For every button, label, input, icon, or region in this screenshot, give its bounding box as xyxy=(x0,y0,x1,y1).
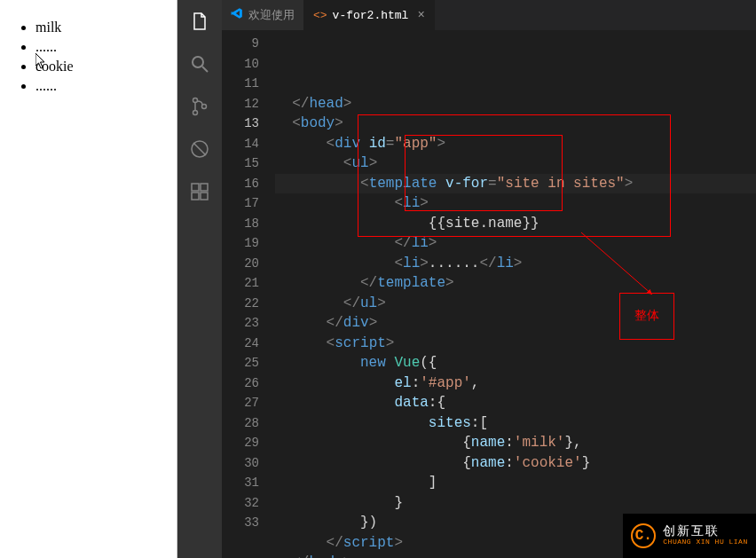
html-file-icon: <> xyxy=(313,9,327,22)
watermark: C. 创新互联 CHUANG XIN HU LIAN xyxy=(623,514,756,558)
code-line[interactable]: <body> xyxy=(275,114,756,134)
watermark-logo-icon: C. xyxy=(631,523,656,548)
output-list: milk ...... cookie ...... xyxy=(35,18,177,96)
list-item: ...... xyxy=(35,37,177,57)
code-line[interactable]: <li> xyxy=(275,193,756,214)
code-line[interactable]: </head> xyxy=(275,94,756,114)
code-line[interactable]: <script> xyxy=(275,334,756,354)
code-line[interactable]: data:{ xyxy=(275,393,756,413)
search-icon[interactable] xyxy=(189,53,210,75)
svg-rect-9 xyxy=(192,193,199,200)
svg-point-2 xyxy=(193,98,198,103)
code-line[interactable]: </div> xyxy=(275,313,756,334)
svg-rect-10 xyxy=(201,193,208,200)
code-line[interactable]: sites:[ xyxy=(275,413,756,434)
code-line[interactable]: new Vue({ xyxy=(275,353,756,373)
vscode-icon xyxy=(231,7,243,23)
list-item: cookie xyxy=(35,57,177,76)
svg-rect-7 xyxy=(192,184,199,191)
editor-area: 欢迎使用 <> v-for2.html × 910111213141516171… xyxy=(222,0,756,558)
list-item: milk xyxy=(35,18,177,37)
code-line[interactable]: <template v-for="site in sites"> xyxy=(275,174,756,194)
tab-label: 欢迎使用 xyxy=(248,7,295,23)
code-line[interactable]: el:'#app', xyxy=(275,373,756,394)
code-line[interactable]: </ul> xyxy=(275,294,756,314)
code-content[interactable]: </head> <body> <div id="app"> <ul> <temp… xyxy=(275,31,756,558)
watermark-cn: 创新互联 xyxy=(663,525,747,538)
browser-output-panel: milk ...... cookie ...... xyxy=(0,0,177,558)
code-line[interactable]: } xyxy=(275,493,756,514)
code-line[interactable]: </template> xyxy=(275,273,756,294)
code-line[interactable]: {{site.name}} xyxy=(275,214,756,234)
source-control-icon[interactable] xyxy=(189,96,210,117)
svg-rect-8 xyxy=(201,184,208,191)
close-icon[interactable]: × xyxy=(417,8,424,22)
tab-bar: 欢迎使用 <> v-for2.html × xyxy=(222,0,756,31)
activity-bar xyxy=(177,0,222,558)
tab-welcome[interactable]: 欢迎使用 xyxy=(222,0,304,30)
list-item: ...... xyxy=(35,76,177,96)
code-line[interactable]: {name:'cookie'} xyxy=(275,453,756,474)
code-line[interactable]: <ul> xyxy=(275,153,756,174)
code-line[interactable]: <li>......</li> xyxy=(275,254,756,274)
debug-icon[interactable] xyxy=(189,138,210,160)
watermark-en: CHUANG XIN HU LIAN xyxy=(663,538,747,546)
extensions-icon[interactable] xyxy=(189,181,210,202)
editor-body[interactable]: 9101112131415161718192021222324252627282… xyxy=(222,31,756,558)
svg-point-3 xyxy=(193,111,198,115)
line-gutter: 9101112131415161718192021222324252627282… xyxy=(222,31,275,558)
svg-line-6 xyxy=(193,143,206,155)
svg-point-4 xyxy=(202,105,207,109)
code-line[interactable]: {name:'milk'}, xyxy=(275,433,756,453)
code-line[interactable]: ] xyxy=(275,473,756,493)
svg-line-1 xyxy=(202,67,208,72)
svg-point-0 xyxy=(193,57,203,67)
tab-label: v-for2.html xyxy=(333,9,409,22)
tab-vfor2[interactable]: <> v-for2.html × xyxy=(304,0,435,30)
explorer-icon[interactable] xyxy=(189,11,210,32)
watermark-text: 创新互联 CHUANG XIN HU LIAN xyxy=(663,525,747,546)
code-line[interactable]: </li> xyxy=(275,233,756,254)
code-line[interactable]: <div id="app"> xyxy=(275,134,756,154)
